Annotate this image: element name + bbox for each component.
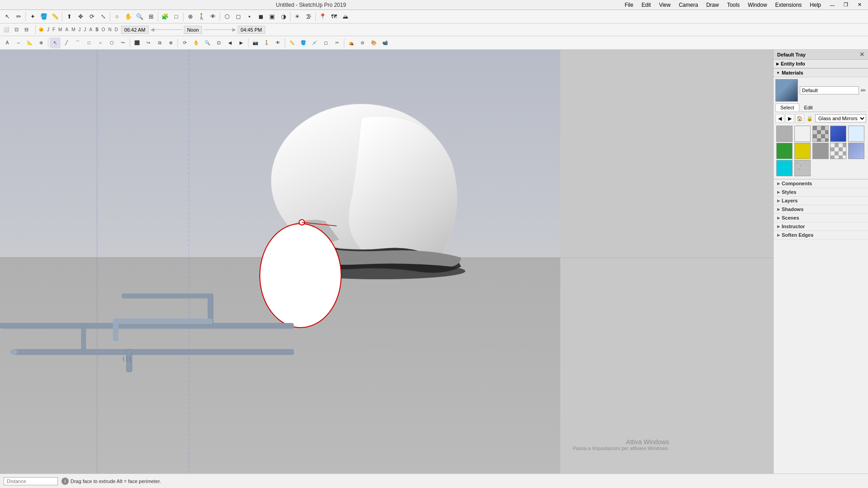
swatch-gray1[interactable]: [776, 126, 793, 142]
wireframe-btn[interactable]: ◻: [233, 11, 244, 22]
swatch-yellow1[interactable]: [794, 143, 811, 159]
freehand-btn[interactable]: 〜: [117, 38, 128, 48]
zoom-extents-btn[interactable]: ⊞: [145, 11, 156, 22]
soften-edges-panel-item[interactable]: ▶ Soften Edges: [774, 231, 868, 239]
style-btn[interactable]: 🎨: [368, 38, 379, 48]
eraser2-btn[interactable]: ◻: [320, 38, 331, 48]
zoom2-btn[interactable]: 🔍: [202, 38, 213, 48]
xray-btn[interactable]: ⬡: [221, 11, 232, 22]
menu-tools[interactable]: Tools: [723, 1, 743, 9]
tab-select[interactable]: Select: [775, 103, 799, 112]
material-edit-icon[interactable]: ✏: [861, 87, 866, 94]
menu-camera[interactable]: Camera: [675, 1, 702, 9]
time1-display[interactable]: 06:42 AM: [121, 26, 148, 34]
scale-tool-btn[interactable]: ⤡: [98, 11, 108, 22]
group-btn[interactable]: □: [171, 11, 182, 22]
line-btn[interactable]: ╱: [61, 38, 72, 48]
zoom-window-btn[interactable]: ⊡: [213, 38, 224, 48]
material-category-dropdown[interactable]: Glass and Mirrors: [815, 114, 866, 122]
orbit-btn[interactable]: ○: [112, 11, 122, 22]
tape-tool-btn[interactable]: 📏: [50, 11, 61, 22]
look-around-btn[interactable]: 👁: [207, 11, 218, 22]
paint2-btn[interactable]: 🪣: [298, 38, 309, 48]
advanced-cam-btn[interactable]: 📹: [380, 38, 390, 48]
perspective-btn[interactable]: ⊟: [22, 25, 31, 34]
material-name-box[interactable]: Default: [800, 86, 859, 94]
swatch-blue2[interactable]: [848, 126, 864, 142]
mat-home-btn[interactable]: 🏠: [795, 114, 804, 123]
minimize-button[interactable]: —: [826, 0, 839, 10]
swatch-white[interactable]: [794, 126, 811, 142]
select-tool-btn[interactable]: ↖: [2, 11, 13, 22]
mat-lock-btn[interactable]: 🔒: [805, 114, 814, 123]
layers-panel-item[interactable]: ▶ Layers: [774, 197, 868, 205]
look2-btn[interactable]: 👁: [272, 38, 283, 48]
time2-display[interactable]: 04:45 PM: [238, 26, 265, 34]
walk2-btn[interactable]: 🚶: [261, 38, 272, 48]
swatch-check2[interactable]: [830, 143, 846, 159]
mat-back-btn[interactable]: ◀: [775, 114, 784, 123]
move-tool-btn[interactable]: ✥: [75, 11, 86, 22]
select2-btn[interactable]: ↖: [50, 38, 61, 48]
offset-btn[interactable]: ⧉: [154, 38, 165, 48]
orbit2-btn[interactable]: ⟳: [179, 38, 190, 48]
geo-location-btn[interactable]: 📍: [317, 11, 328, 22]
prev-view-btn[interactable]: ◀: [225, 38, 235, 48]
section-plane-btn[interactable]: ⊗: [185, 11, 196, 22]
push-pull2-btn[interactable]: ⬛: [131, 38, 142, 48]
section2-btn[interactable]: ⊘: [357, 38, 368, 48]
parallel-btn[interactable]: ⊡: [12, 25, 21, 34]
styles-panel-item[interactable]: ▶ Styles: [774, 188, 868, 197]
swatch-blue3[interactable]: [848, 143, 864, 159]
axes-btn[interactable]: ⊕: [36, 38, 47, 48]
sample-btn[interactable]: 💉: [309, 38, 320, 48]
viewport[interactable]: ⌇⌇⌇ Attiva Windows Passa a Impostazioni …: [0, 50, 773, 474]
instructor-panel-item[interactable]: ▶ Instructor: [774, 222, 868, 231]
tab-edit[interactable]: Edit: [799, 103, 818, 112]
walk-btn[interactable]: 🚶: [196, 11, 207, 22]
textured-btn[interactable]: ▣: [267, 11, 277, 22]
pan-btn[interactable]: ✋: [123, 11, 134, 22]
swatch-gray2[interactable]: [812, 143, 829, 159]
hidden-btn[interactable]: ▪: [244, 11, 255, 22]
polygon-btn[interactable]: ⬡: [106, 38, 117, 48]
terrain-btn[interactable]: ⛰: [340, 11, 351, 22]
standard-views-btn[interactable]: ⬜: [2, 25, 11, 34]
intersect-btn[interactable]: ⊗: [165, 38, 176, 48]
menu-help[interactable]: Help: [806, 1, 825, 9]
circle-btn[interactable]: ○: [95, 38, 106, 48]
next-view-btn[interactable]: ▶: [236, 38, 247, 48]
component-btn[interactable]: 🧩: [160, 11, 170, 22]
sandbox-btn[interactable]: ⛺: [346, 38, 357, 48]
fog-btn[interactable]: 🌫: [303, 11, 314, 22]
swatch-noise[interactable]: [794, 160, 811, 176]
shadows-btn[interactable]: ☀: [292, 11, 303, 22]
menu-edit[interactable]: Edit: [638, 1, 655, 9]
swatch-cyan[interactable]: [776, 160, 793, 176]
materials-header[interactable]: ▼ Materials: [774, 69, 868, 77]
menu-file[interactable]: File: [621, 1, 637, 9]
tray-close-icon[interactable]: ✕: [859, 51, 864, 58]
zoom-btn[interactable]: 🔍: [134, 11, 145, 22]
menu-extensions[interactable]: Extensions: [772, 1, 806, 9]
paint-tool-btn[interactable]: 🪣: [38, 11, 49, 22]
follow-btn[interactable]: ↪: [143, 38, 154, 48]
measure-btn[interactable]: 📏: [286, 38, 297, 48]
restore-button[interactable]: ❒: [839, 0, 853, 10]
swatch-green1[interactable]: [776, 143, 793, 159]
protractor-btn[interactable]: 📐: [24, 38, 35, 48]
entity-info-header[interactable]: ▶ Entity Info: [774, 60, 868, 68]
swatch-blue1[interactable]: [830, 126, 846, 142]
distance-input[interactable]: [4, 477, 58, 485]
menu-view[interactable]: View: [655, 1, 674, 9]
push-pull-btn[interactable]: ⬆: [64, 11, 75, 22]
swatch-check1[interactable]: [812, 126, 829, 142]
mat-forward-btn[interactable]: ▶: [785, 114, 794, 123]
rect-btn[interactable]: □: [84, 38, 94, 48]
scenes-panel-item[interactable]: ▶ Scenes: [774, 214, 868, 222]
shadows-panel-item[interactable]: ▶ Shadows: [774, 205, 868, 214]
menu-draw[interactable]: Draw: [703, 1, 723, 9]
position-cam-btn[interactable]: 📷: [250, 38, 261, 48]
mono-btn[interactable]: ◑: [278, 11, 289, 22]
eraser-tool-btn[interactable]: ✦: [27, 11, 38, 22]
